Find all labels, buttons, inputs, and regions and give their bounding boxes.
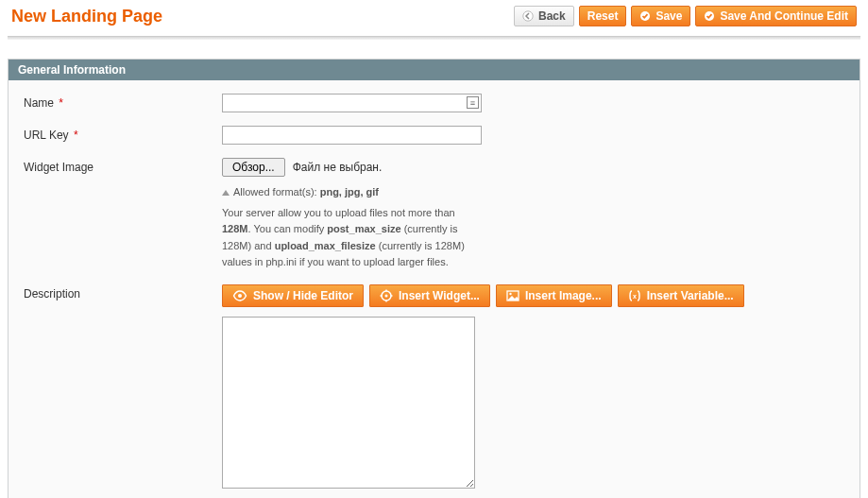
- page-title: New Landing Page: [11, 7, 162, 26]
- hint-t2: . You can modify: [248, 223, 328, 234]
- svg-text:x: x: [633, 293, 637, 300]
- variable-icon: x: [628, 289, 641, 302]
- hint-b2: post_max_size: [327, 223, 400, 234]
- label-description: Description: [24, 284, 222, 301]
- page-header: New Landing Page Back Reset Save Save An…: [0, 0, 868, 36]
- insert-image-label: Insert Image...: [525, 289, 602, 302]
- hint-b3: upload_max_filesize: [275, 240, 376, 251]
- header-divider: [8, 36, 860, 40]
- svg-point-0: [523, 11, 533, 21]
- check-icon: [704, 10, 715, 22]
- urlkey-input[interactable]: [222, 126, 482, 145]
- save-continue-label: Save And Continue Edit: [720, 9, 848, 23]
- name-input[interactable]: [222, 94, 482, 112]
- check-icon: [639, 10, 651, 22]
- editor-toolbar: Show / Hide Editor Insert Widget... Inse…: [222, 284, 844, 307]
- required-marker: *: [71, 129, 78, 142]
- label-urlkey-text: URL Key: [24, 129, 69, 142]
- panel-title: General Information: [9, 60, 859, 80]
- field-widget-image: Обзор... Файл не выбран. Allowed format(…: [222, 158, 844, 271]
- reset-label: Reset: [587, 9, 619, 23]
- required-marker: *: [56, 96, 63, 110]
- back-arrow-icon: [522, 10, 534, 22]
- insert-variable-label: Insert Variable...: [647, 289, 734, 302]
- row-urlkey: URL Key *: [24, 126, 844, 145]
- description-textarea[interactable]: [222, 317, 475, 489]
- file-browse-button[interactable]: Обзор...: [222, 158, 285, 177]
- field-urlkey: [222, 126, 844, 145]
- eye-icon: [232, 290, 247, 301]
- label-widget-image: Widget Image: [24, 158, 222, 174]
- save-button[interactable]: Save: [631, 6, 690, 26]
- row-widget-image: Widget Image Обзор... Файл не выбран. Al…: [24, 158, 844, 271]
- image-icon: [506, 290, 519, 301]
- insert-widget-button[interactable]: Insert Widget...: [369, 284, 490, 307]
- toggle-editor-button[interactable]: Show / Hide Editor: [222, 284, 364, 307]
- reset-button[interactable]: Reset: [579, 6, 627, 26]
- general-panel: General Information Name * ≡ URL Key * W…: [8, 59, 860, 498]
- back-button[interactable]: Back: [514, 6, 574, 26]
- label-name-text: Name: [24, 96, 54, 110]
- toolbar: Back Reset Save Save And Continue Edit: [514, 6, 857, 26]
- save-continue-button[interactable]: Save And Continue Edit: [695, 6, 857, 26]
- file-status-text: Файл не выбран.: [293, 161, 383, 174]
- label-urlkey: URL Key *: [24, 126, 222, 142]
- label-name: Name *: [24, 94, 222, 110]
- hint-formats: png, jpg, gif: [320, 186, 379, 197]
- svg-point-5: [385, 294, 388, 297]
- field-description: Show / Hide Editor Insert Widget... Inse…: [222, 284, 844, 491]
- insert-variable-button[interactable]: x Insert Variable...: [618, 284, 744, 307]
- insert-image-button[interactable]: Insert Image...: [496, 284, 612, 307]
- hint-b1: 128M: [222, 223, 248, 234]
- field-name: ≡: [222, 94, 844, 112]
- panel-body: Name * ≡ URL Key * Widget Image Обзор...: [9, 80, 859, 498]
- hint-t1: Your server allow you to upload files no…: [222, 207, 455, 218]
- insert-widget-label: Insert Widget...: [399, 289, 480, 302]
- autofill-icon: ≡: [467, 96, 479, 109]
- hint-prefix: Allowed format(s):: [233, 186, 320, 197]
- save-label: Save: [655, 9, 682, 23]
- row-description: Description Show / Hide Editor Insert Wi…: [24, 284, 844, 491]
- toggle-editor-label: Show / Hide Editor: [253, 289, 353, 302]
- svg-point-11: [509, 293, 511, 295]
- back-label: Back: [538, 9, 566, 23]
- gear-icon: [380, 289, 393, 302]
- row-name: Name * ≡: [24, 94, 844, 112]
- svg-point-3: [238, 294, 242, 298]
- hint-triangle-icon: [222, 190, 230, 196]
- file-hint: Allowed format(s): png, jpg, gif Your se…: [222, 184, 486, 271]
